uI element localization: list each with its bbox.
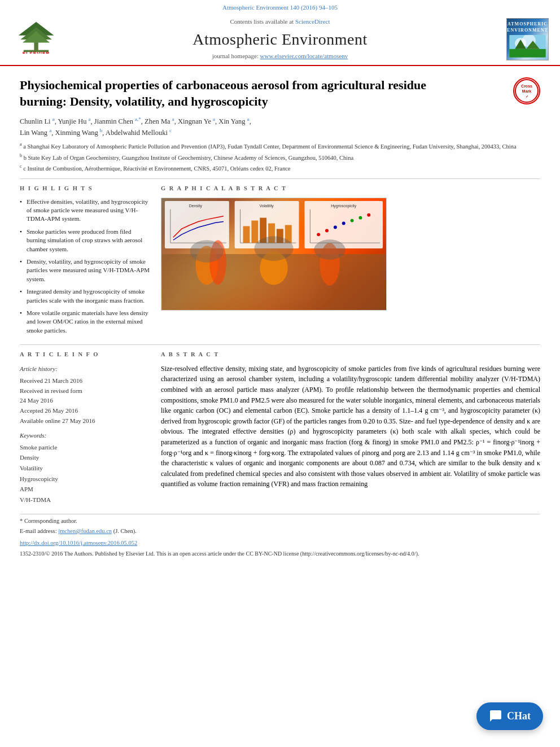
crossmark-badge[interactable]: Cross Mark ✓	[513, 77, 540, 104]
svg-point-37	[334, 225, 337, 229]
journal-logo-right: ATMOSPHERIC ENVIRONMENT	[498, 18, 549, 60]
sciencedirect-link[interactable]: ScienceDirect	[295, 18, 330, 25]
keyword-1: Smoke particle	[20, 442, 150, 453]
logo-line-2: ENVIRONMENT	[507, 27, 548, 33]
received-revised-label: Received in revised form	[20, 386, 150, 396]
highlight-1: Effective densities, volatility, and hyg…	[20, 198, 150, 224]
keyword-5: APM	[20, 484, 150, 495]
svg-point-41	[367, 213, 370, 216]
svg-text:Hygroscopicity: Hygroscopicity	[331, 203, 357, 208]
article-history-label: Article history:	[20, 365, 150, 373]
article-info-col: A R T I C L E I N F O Article history: R…	[20, 351, 150, 505]
journal-homepage: journal homepage: www.elsevier.com/locat…	[62, 52, 498, 60]
svg-rect-0	[34, 42, 38, 51]
svg-point-39	[351, 219, 354, 222]
keyword-2: Density	[20, 452, 150, 463]
graphical-abstract-heading: G R A P H I C A L A B S T R A C T	[161, 185, 540, 193]
received-revised-date: 24 May 2016	[20, 396, 150, 406]
received-date: Received 21 March 2016	[20, 376, 150, 386]
journal-reference: Atmospheric Environment 140 (2016) 94–10…	[222, 4, 338, 11]
elsevier-tree-icon: ELSEVIER	[11, 20, 62, 54]
highlight-3: Density, volatility, and hygroscopicity …	[20, 257, 150, 283]
email-line: E-mail address: jmchen@fudan.edu.cn (J. …	[20, 527, 540, 536]
author-linwang: Lin Wang a, Xinming Wang b, Abdelwahid M…	[20, 129, 172, 137]
keywords-label: Keywords:	[20, 431, 150, 440]
accepted-date: Accepted 26 May 2016	[20, 406, 150, 416]
email-suffix: (J. Chen).	[113, 528, 137, 534]
doi-link[interactable]: http://dx.doi.org/10.1016/j.atmosenv.201…	[20, 540, 137, 546]
article-title: Physiochemical properties of carbonaceou…	[20, 77, 443, 110]
journal-title: Atmospheric Environment	[62, 28, 498, 50]
divider-2	[20, 344, 540, 345]
svg-point-49	[314, 239, 345, 260]
svg-text:ELSEVIER: ELSEVIER	[23, 51, 50, 54]
affiliation-b: b b State Key Lab of Organ Geochemistry,…	[20, 152, 540, 162]
svg-rect-7	[509, 49, 545, 58]
email-label: E-mail address:	[20, 528, 57, 534]
svg-point-48	[254, 236, 293, 261]
journal-cover-image: ATMOSPHERIC ENVIRONMENT	[506, 18, 549, 60]
graphical-abstract-image: Density Volatility	[161, 198, 387, 311]
svg-text:Mark: Mark	[522, 89, 531, 93]
journal-header-center: Contents lists available at ScienceDirec…	[62, 18, 498, 60]
journal-reference-bar: Atmospheric Environment 140 (2016) 94–10…	[0, 0, 560, 13]
article-history: Article history: Received 21 March 2016 …	[20, 365, 150, 426]
svg-text:Density: Density	[189, 203, 203, 208]
available-online: Available online 27 May 2016	[20, 416, 150, 426]
svg-rect-25	[243, 226, 250, 243]
logo-line-1: ATMOSPHERIC	[508, 21, 548, 27]
copyright-line: 1352-2310/© 2016 The Authors. Published …	[20, 550, 540, 558]
chat-button[interactable]: CHat	[476, 702, 543, 730]
svg-text:✓: ✓	[526, 95, 528, 98]
homepage-url[interactable]: www.elsevier.com/locate/atmosenv	[260, 53, 348, 59]
svg-rect-26	[251, 220, 258, 243]
journal-header: ELSEVIER Contents lists available at Sci…	[0, 13, 560, 66]
affiliation-c: c c Institut de Combustion, Aérothermiqu…	[20, 163, 540, 173]
svg-point-36	[325, 229, 329, 232]
highlight-2: Smoke particles were produced from filed…	[20, 228, 150, 254]
keyword-3: Volatility	[20, 463, 150, 474]
keyword-4: Hygroscopicity	[20, 474, 150, 484]
chat-icon	[489, 709, 502, 723]
keyword-6: V/H-TDMA	[20, 495, 150, 505]
author-chunlin: Chunlin Li a, Yunjie Hu a, Jianmin Chen …	[20, 117, 251, 125]
abstract-text: Size-resolved effective density, mixing …	[161, 364, 540, 490]
divider-1	[20, 178, 540, 179]
highlights-heading: H I G H L I G H T S	[20, 185, 150, 193]
contents-available: Contents lists available at ScienceDirec…	[62, 18, 498, 26]
affiliation-a: a a Shanghai Key Laboratory of Atmospher…	[20, 141, 540, 151]
affiliations: a a Shanghai Key Laboratory of Atmospher…	[20, 141, 540, 173]
authors: Chunlin Li a, Yunjie Hu a, Jianmin Chen …	[20, 116, 540, 138]
highlights-col: H I G H L I G H T S Effective densities,…	[20, 185, 150, 339]
svg-point-47	[190, 240, 224, 263]
svg-text:Volatility: Volatility	[259, 203, 274, 208]
abstract-heading: A B S T R A C T	[161, 351, 540, 359]
elsevier-logo: ELSEVIER	[11, 20, 62, 59]
highlight-4: Integrated density and hygroscopicity of…	[20, 287, 150, 305]
corresponding-author-note: * Corresponding author.	[20, 517, 540, 526]
doi-line[interactable]: http://dx.doi.org/10.1016/j.atmosenv.201…	[20, 539, 540, 548]
svg-point-38	[342, 221, 345, 225]
svg-text:Cross: Cross	[521, 84, 532, 88]
chat-label: CHat	[507, 709, 531, 723]
article-dates: Received 21 March 2016 Received in revis…	[20, 376, 150, 426]
article-info-heading: A R T I C L E I N F O	[20, 351, 150, 359]
svg-point-40	[358, 216, 362, 219]
svg-point-35	[317, 233, 320, 236]
email-link[interactable]: jmchen@fudan.edu.cn	[58, 528, 112, 534]
keywords-section: Keywords: Smoke particle Density Volatil…	[20, 431, 150, 505]
highlights-list: Effective densities, volatility, and hyg…	[20, 198, 150, 335]
highlights-graphical-section: H I G H L I G H T S Effective densities,…	[20, 185, 540, 339]
footer-section: * Corresponding author. E-mail address: …	[20, 514, 540, 558]
graphical-abstract-col: G R A P H I C A L A B S T R A C T Densit…	[161, 185, 540, 339]
abstract-col: A B S T R A C T Size-resolved effective …	[161, 351, 540, 505]
highlight-5: More volatile organic materials have les…	[20, 309, 150, 335]
article-info-abstract-section: A R T I C L E I N F O Article history: R…	[20, 351, 540, 505]
main-content: Cross Mark ✓ Physiochemical properties o…	[0, 66, 560, 569]
